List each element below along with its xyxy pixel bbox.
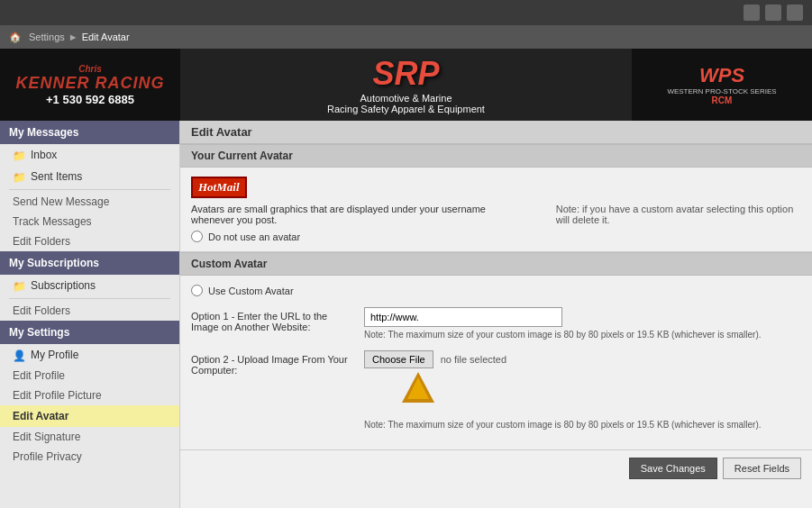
top-bar-icon-3	[787, 5, 803, 21]
breadcrumb-separator: ►	[68, 32, 78, 42]
sidebar-item-edit-profile[interactable]: Edit Profile	[0, 366, 179, 386]
top-bar-icon-2	[765, 5, 781, 21]
sidebar-section-subscriptions: My Subscriptions Subscriptions Edit Fold…	[0, 251, 179, 321]
banner-kenner-name: Chris	[78, 64, 102, 74]
sidebar-item-edit-avatar[interactable]: Edit Avatar	[0, 405, 179, 427]
option1-row: Option 1 - Enter the URL to the Image on…	[191, 307, 801, 340]
sidebar-section-settings: My Settings My Profile Edit Profile Edit…	[0, 321, 179, 467]
my-subscriptions-header: My Subscriptions	[0, 251, 179, 275]
sidebar-item-edit-signature[interactable]: Edit Signature	[0, 427, 179, 447]
sidebar-item-edit-profile-picture[interactable]: Edit Profile Picture	[0, 386, 179, 405]
sidebar-item-sent[interactable]: Sent Items	[0, 166, 179, 187]
avatar-image: HotMail	[191, 177, 247, 198]
sidebar-item-subscriptions[interactable]: Subscriptions	[0, 275, 179, 296]
sidebar-section-messages: My Messages Inbox Sent Items Send New Me…	[0, 121, 179, 251]
sidebar-item-edit-folders-subs[interactable]: Edit Folders	[0, 301, 179, 321]
sidebar-item-track-messages[interactable]: Track Messages	[0, 212, 179, 231]
banner-right: WPS WESTERN PRO-STOCK SERIES RCM	[632, 49, 812, 121]
home-icon: 🏠	[9, 32, 22, 43]
choose-file-button[interactable]: Choose File	[364, 350, 433, 368]
top-bar-icon-1	[744, 5, 760, 21]
option1-label: Option 1 - Enter the URL to the Image on…	[191, 307, 353, 332]
top-bar-icons	[744, 5, 803, 21]
banner: Chris KENNER RACING +1 530 592 6885 SRP …	[0, 49, 812, 121]
sidebar-item-profile-privacy[interactable]: Profile Privacy	[0, 447, 179, 467]
content-footer: Save Changes Reset Fields	[180, 449, 812, 486]
avatar-section: HotMail Avatars are small graphics that …	[180, 168, 812, 252]
folder-icon-sent	[13, 171, 25, 182]
sidebar-item-my-profile[interactable]: My Profile	[0, 344, 179, 366]
no-avatar-radio[interactable]	[191, 231, 203, 242]
no-avatar-row: Do not use an avatar	[191, 231, 511, 242]
avatar-hotmail-text: HotMail	[198, 180, 240, 194]
sidebar-divider-messages	[9, 189, 170, 190]
avatar-left-col: Avatars are small graphics that are disp…	[191, 204, 511, 242]
my-messages-header: My Messages	[0, 121, 179, 144]
banner-wps-sub: WESTERN PRO-STOCK SERIES	[667, 87, 776, 95]
banner-srp-sub2: Racing Safety Apparel & Equipment	[327, 104, 485, 114]
no-avatar-note: Note: if you have a custom avatar select…	[556, 204, 801, 225]
url-input[interactable]	[364, 307, 562, 327]
file-row: Choose File no file selected	[364, 350, 801, 368]
banner-left: Chris KENNER RACING +1 530 592 6885	[0, 49, 180, 121]
arrow-inner	[407, 377, 429, 399]
custom-avatar-section-title: Custom Avatar	[180, 252, 812, 276]
subscriptions-label: Subscriptions	[31, 279, 96, 292]
my-profile-label: My Profile	[31, 349, 78, 361]
avatar-info-row: Avatars are small graphics that are disp…	[191, 204, 801, 242]
option1-control: Note: The maximum size of your custom im…	[364, 307, 801, 340]
arrow-shape	[400, 372, 436, 417]
option2-label: Option 2 - Upload Image From Your Comput…	[191, 350, 353, 376]
reset-fields-button[interactable]: Reset Fields	[723, 458, 801, 479]
inbox-label: Inbox	[31, 149, 57, 161]
use-custom-row: Use Custom Avatar	[191, 285, 801, 296]
banner-srp-sub1: Automotive & Marine	[360, 93, 452, 104]
sidebar-item-edit-folders-messages[interactable]: Edit Folders	[0, 231, 179, 251]
option2-row: Option 2 - Upload Image From Your Comput…	[191, 350, 801, 430]
arrow-indicator	[400, 372, 801, 417]
folder-icon-inbox	[13, 150, 25, 160]
banner-srp: SRP	[372, 55, 439, 93]
banner-center: SRP Automotive & Marine Racing Safety Ap…	[180, 49, 632, 121]
banner-wps: WPS	[699, 64, 744, 87]
sidebar-divider-subs	[9, 298, 170, 299]
breadcrumb: 🏠 Settings ► Edit Avatar	[0, 25, 812, 49]
avatar-description: Avatars are small graphics that are disp…	[191, 204, 511, 225]
sidebar: My Messages Inbox Sent Items Send New Me…	[0, 121, 180, 508]
sidebar-item-inbox[interactable]: Inbox	[0, 144, 179, 166]
content-header: Edit Avatar	[180, 121, 812, 144]
content-area: Edit Avatar Your Current Avatar HotMail …	[180, 121, 812, 508]
banner-rcm: RCM	[712, 95, 733, 105]
current-avatar-section-title: Your Current Avatar	[180, 144, 812, 168]
file-name-label: no file selected	[441, 354, 506, 365]
breadcrumb-current: Edit Avatar	[82, 32, 130, 42]
option2-control: Choose File no file selected Note: The m…	[364, 350, 801, 430]
main-layout: My Messages Inbox Sent Items Send New Me…	[0, 121, 812, 508]
no-avatar-label: Do not use an avatar	[208, 231, 300, 242]
person-icon-profile	[13, 349, 25, 360]
banner-phone: +1 530 592 6885	[46, 93, 134, 106]
folder-icon-subscriptions	[13, 280, 25, 291]
sidebar-item-send-message[interactable]: Send New Message	[0, 192, 179, 212]
option2-note: Note: The maximum size of your custom im…	[364, 420, 801, 430]
top-bar	[0, 0, 812, 25]
use-custom-label: Use Custom Avatar	[208, 286, 294, 296]
use-custom-radio[interactable]	[191, 285, 203, 296]
sent-items-label: Sent Items	[31, 170, 82, 183]
custom-avatar-section: Use Custom Avatar Option 1 - Enter the U…	[180, 276, 812, 449]
banner-racing-text: KENNER RACING	[15, 74, 164, 93]
breadcrumb-settings-link[interactable]: Settings	[29, 32, 65, 42]
option1-note: Note: The maximum size of your custom im…	[364, 330, 801, 340]
save-changes-button[interactable]: Save Changes	[629, 458, 717, 479]
edit-avatar-label: Edit Avatar	[13, 410, 68, 422]
my-settings-header: My Settings	[0, 321, 179, 344]
